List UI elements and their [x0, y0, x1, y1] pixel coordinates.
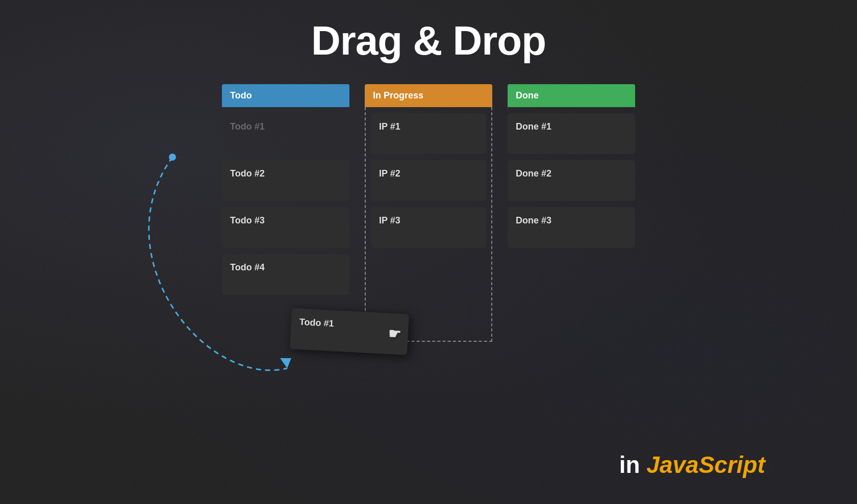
column-todo[interactable]: TodoTodo #1Todo #2Todo #3Todo #4: [222, 84, 349, 342]
card-ip-2[interactable]: IP #2: [371, 160, 486, 201]
card-todo-4[interactable]: Todo #4: [222, 254, 349, 295]
card-done-1[interactable]: Done #1: [508, 113, 635, 154]
column-inprogress[interactable]: In ProgressIP #1IP #2IP #3: [365, 84, 492, 342]
column-done[interactable]: DoneDone #1Done #2Done #3: [508, 84, 635, 342]
subtitle-highlight: JavaScript: [646, 451, 765, 478]
column-header-inprogress: In Progress: [365, 84, 492, 107]
column-header-done: Done: [508, 84, 635, 107]
column-body-inprogress[interactable]: IP #1IP #2IP #3: [365, 107, 492, 342]
column-header-todo: Todo: [222, 84, 349, 107]
card-ip-3[interactable]: IP #3: [371, 207, 486, 248]
card-todo-1[interactable]: Todo #1: [222, 113, 349, 154]
page-wrapper: Drag & Drop TodoTodo #1Todo #2Todo #3Tod…: [0, 0, 857, 504]
cursor-hand-icon: ☛: [388, 325, 401, 343]
subtitle-prefix: in: [619, 451, 647, 478]
bottom-subtitle: in JavaScript: [619, 451, 765, 478]
dragged-card-label: Todo #1: [299, 317, 334, 330]
card-todo-2[interactable]: Todo #2: [222, 160, 349, 201]
column-body-done[interactable]: Done #1Done #2Done #3: [508, 107, 635, 342]
card-ip-1[interactable]: IP #1: [371, 113, 486, 154]
main-title: Drag & Drop: [311, 20, 546, 61]
column-body-todo[interactable]: Todo #1Todo #2Todo #3Todo #4: [222, 107, 349, 342]
dragged-card[interactable]: Todo #1 ☛: [290, 308, 409, 355]
card-todo-3[interactable]: Todo #3: [222, 207, 349, 248]
card-done-3[interactable]: Done #3: [508, 207, 635, 248]
card-done-2[interactable]: Done #2: [508, 160, 635, 201]
kanban-board: TodoTodo #1Todo #2Todo #3Todo #4In Progr…: [222, 84, 635, 342]
